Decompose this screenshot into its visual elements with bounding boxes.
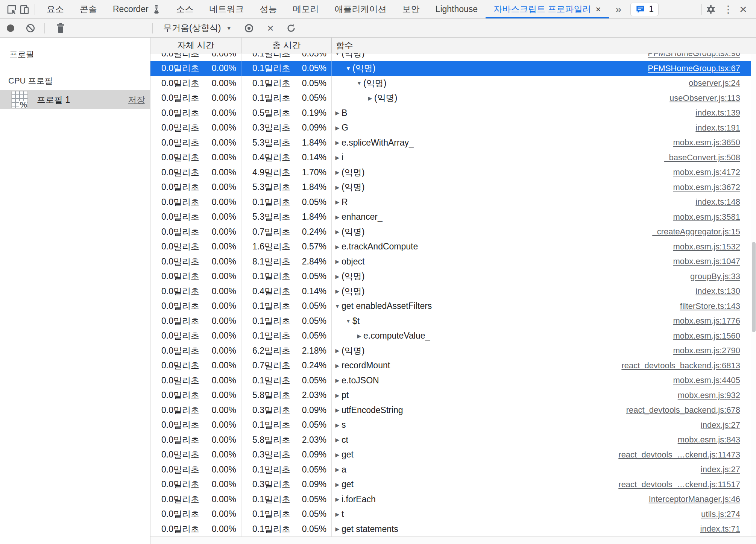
source-location-link[interactable]: index.ts:148 (695, 197, 740, 207)
table-row[interactable]: 0.0밀리초 0.00% 0.1밀리초 0.05% ▼ (익명) PFMSHom… (150, 53, 756, 61)
tree-disclosure-icon[interactable]: ▶ (333, 437, 342, 443)
settings-gear-icon[interactable] (706, 4, 721, 15)
close-tab-icon[interactable]: × (596, 5, 601, 14)
source-location-link[interactable]: index.ts:191 (695, 123, 740, 133)
source-location-link[interactable]: mobx.esm.js:843 (678, 435, 740, 445)
tree-disclosure-icon[interactable]: ▶ (333, 258, 342, 264)
tree-disclosure-icon[interactable]: ▶ (333, 288, 342, 294)
column-header-function[interactable]: 함수 (332, 38, 756, 53)
table-row[interactable]: 0.0밀리초 0.00% 8.1밀리초 2.84% ▶ object mobx.… (150, 254, 756, 269)
tree-disclosure-icon[interactable]: ▶ (333, 199, 342, 205)
clear-all-icon[interactable] (26, 23, 35, 33)
table-row[interactable]: 0.0밀리초 0.00% 0.3밀리초 0.09% ▶ get react_de… (150, 477, 756, 492)
vertical-scrollbar[interactable] (751, 54, 756, 536)
source-location-link[interactable]: mobx.esm.js:4405 (673, 375, 740, 385)
scrollbar-thumb[interactable] (752, 242, 756, 332)
panel-tab-성능[interactable]: 성능 (252, 0, 285, 18)
inspect-element-icon[interactable] (5, 3, 18, 16)
tree-disclosure-icon[interactable]: ▶ (333, 392, 342, 398)
table-row[interactable]: 0.0밀리초 0.00% 0.1밀리초 0.05% ▼ (익명) PFMSHom… (150, 61, 756, 76)
tree-disclosure-icon[interactable]: ▶ (333, 214, 342, 220)
tree-disclosure-icon[interactable]: ▼ (355, 80, 363, 86)
table-row[interactable]: 0.0밀리초 0.00% 0.1밀리초 0.05% ▶ get statemen… (150, 522, 756, 537)
tree-disclosure-icon[interactable]: ▶ (333, 274, 342, 280)
source-location-link[interactable]: mobx.esm.js:932 (678, 391, 740, 400)
tree-disclosure-icon[interactable]: ▼ (333, 53, 342, 56)
tree-disclosure-icon[interactable]: ▼ (333, 303, 342, 309)
panel-tab-요소[interactable]: 요소 (39, 0, 72, 18)
table-row[interactable]: 0.0밀리초 0.00% 0.1밀리초 0.05% ▶ a index.js:2… (150, 462, 756, 477)
source-location-link[interactable]: mobx.esm.js:1776 (673, 316, 740, 326)
table-row[interactable]: 0.0밀리초 0.00% 5.8밀리초 2.03% ▶ pt mobx.esm.… (150, 388, 756, 403)
source-location-link[interactable]: utils.js:274 (701, 509, 740, 519)
source-location-link[interactable]: index.js:27 (701, 465, 740, 474)
source-location-link[interactable]: groupBy.js:33 (690, 272, 740, 281)
source-location-link[interactable]: react_devtools_…ckend.js:11517 (618, 480, 740, 489)
source-location-link[interactable]: index.ts:130 (695, 286, 740, 296)
tree-disclosure-icon[interactable]: ▶ (333, 244, 342, 250)
panel-tab-메모리[interactable]: 메모리 (285, 0, 327, 18)
table-row[interactable]: 0.0밀리초 0.00% 0.1밀리초 0.05% ▶ e.computeVal… (150, 328, 756, 343)
source-location-link[interactable]: _createAggregator.js:15 (652, 227, 740, 237)
close-devtools-icon[interactable]: × (736, 2, 751, 17)
more-tabs-icon[interactable]: » (609, 3, 628, 15)
tree-disclosure-icon[interactable]: ▶ (333, 110, 342, 116)
tree-disclosure-icon[interactable]: ▶ (333, 526, 342, 532)
view-mode-dropdown[interactable]: 무거움(상향식) ▼ (163, 22, 232, 34)
table-row[interactable]: 0.0밀리초 0.00% 0.5밀리초 0.19% ▶ B index.ts:1… (150, 106, 756, 121)
source-location-link[interactable]: react_devtools_backend.js:678 (626, 405, 740, 415)
profile-item[interactable]: % 프로필 1 저장 (0, 90, 150, 109)
source-location-link[interactable]: mobx.esm.js:4172 (673, 167, 740, 177)
source-location-link[interactable]: react_devtools_…ckend.js:11473 (618, 450, 740, 460)
tree-disclosure-icon[interactable]: ▶ (333, 422, 342, 428)
table-row[interactable]: 0.0밀리초 0.00% 0.1밀리초 0.05% ▶ (익명) groupBy… (150, 269, 756, 284)
panel-tab-애플리케이션[interactable]: 애플리케이션 (327, 0, 395, 18)
tree-disclosure-icon[interactable]: ▶ (333, 169, 342, 175)
panel-tab-콘솔[interactable]: 콘솔 (72, 0, 105, 18)
tree-disclosure-icon[interactable]: ▶ (333, 140, 342, 146)
source-location-link[interactable]: InterceptorManager.js:46 (649, 494, 740, 504)
table-row[interactable]: 0.0밀리초 0.00% 0.3밀리초 0.09% ▶ G index.ts:1… (150, 120, 756, 135)
table-row[interactable]: 0.0밀리초 0.00% 0.1밀리초 0.05% ▶ t utils.js:2… (150, 507, 756, 522)
grid-rows-viewport[interactable]: 0.0밀리초 0.00% 0.1밀리초 0.05% ▼ (익명) PFMSHom… (150, 53, 756, 536)
source-location-link[interactable]: mobx.esm.js:3581 (673, 212, 740, 222)
tree-disclosure-icon[interactable]: ▼ (344, 65, 352, 71)
table-row[interactable]: 0.0밀리초 0.00% 0.4밀리초 0.14% ▶ i _baseConve… (150, 150, 756, 165)
tree-disclosure-icon[interactable]: ▶ (333, 184, 342, 190)
tree-disclosure-icon[interactable]: ▶ (366, 95, 374, 101)
tree-disclosure-icon[interactable]: ▶ (333, 125, 342, 131)
tree-disclosure-icon[interactable]: ▼ (344, 318, 352, 324)
table-row[interactable]: 0.0밀리초 0.00% 0.1밀리초 0.05% ▼ $t mobx.esm.… (150, 314, 756, 329)
source-location-link[interactable]: mobx.esm.js:1532 (673, 242, 740, 252)
table-row[interactable]: 0.0밀리초 0.00% 0.1밀리초 0.05% ▶ s index.js:2… (150, 418, 756, 433)
table-row[interactable]: 0.0밀리초 0.00% 6.2밀리초 2.18% ▶ (익명) mobx.es… (150, 343, 756, 359)
source-location-link[interactable]: mobx.esm.js:2790 (673, 346, 740, 356)
table-row[interactable]: 0.0밀리초 0.00% 0.7밀리초 0.24% ▶ (익명) _create… (150, 225, 756, 240)
table-row[interactable]: 0.0밀리초 0.00% 4.9밀리초 1.70% ▶ (익명) mobx.es… (150, 165, 756, 180)
table-row[interactable]: 0.0밀리초 0.00% 0.1밀리초 0.05% ▶ e.toJSON mob… (150, 373, 756, 388)
source-location-link[interactable]: index.ts:139 (695, 108, 740, 118)
table-row[interactable]: 0.0밀리초 0.00% 5.3밀리초 1.84% ▶ (익명) mobx.es… (150, 180, 756, 195)
table-row[interactable]: 0.0밀리초 0.00% 0.1밀리초 0.05% ▶ (익명) useObse… (150, 91, 756, 106)
tree-disclosure-icon[interactable]: ▶ (333, 155, 342, 161)
table-row[interactable]: 0.0밀리초 0.00% 5.3밀리초 1.84% ▶ e.spliceWith… (150, 135, 756, 150)
table-row[interactable]: 0.0밀리초 0.00% 0.3밀리초 0.09% ▶ get react_de… (150, 447, 756, 462)
source-location-link[interactable]: index.ts:71 (700, 524, 740, 534)
tree-disclosure-icon[interactable]: ▶ (333, 363, 342, 369)
source-location-link[interactable]: react_devtools_backend.js:6813 (621, 361, 740, 371)
tree-disclosure-icon[interactable]: ▶ (333, 467, 342, 473)
panel-tab-네트워크[interactable]: 네트워크 (202, 0, 252, 18)
panel-tab-Recorder[interactable]: Recorder (105, 0, 169, 18)
table-row[interactable]: 0.0밀리초 0.00% 5.3밀리초 1.84% ▶ enhancer_ mo… (150, 210, 756, 225)
source-location-link[interactable]: mobx.esm.js:3650 (673, 138, 740, 147)
table-row[interactable]: 0.0밀리초 0.00% 0.1밀리초 0.05% ▼ get enabledA… (150, 299, 756, 314)
source-location-link[interactable]: observer.js:24 (689, 78, 740, 88)
column-header-self-time[interactable]: 자체 시간 (150, 38, 241, 53)
table-row[interactable]: 0.0밀리초 0.00% 0.1밀리초 0.05% ▶ i.forEach In… (150, 492, 756, 507)
source-location-link[interactable]: PFMSHomeGroup.tsx:67 (648, 64, 740, 73)
device-toolbar-icon[interactable] (18, 3, 31, 16)
source-location-link[interactable]: mobx.esm.js:1047 (673, 257, 740, 266)
panel-tab-소스[interactable]: 소스 (169, 0, 202, 18)
tree-disclosure-icon[interactable]: ▶ (333, 377, 342, 383)
table-row[interactable]: 0.0밀리초 0.00% 0.1밀리초 0.05% ▶ R index.ts:1… (150, 195, 756, 210)
